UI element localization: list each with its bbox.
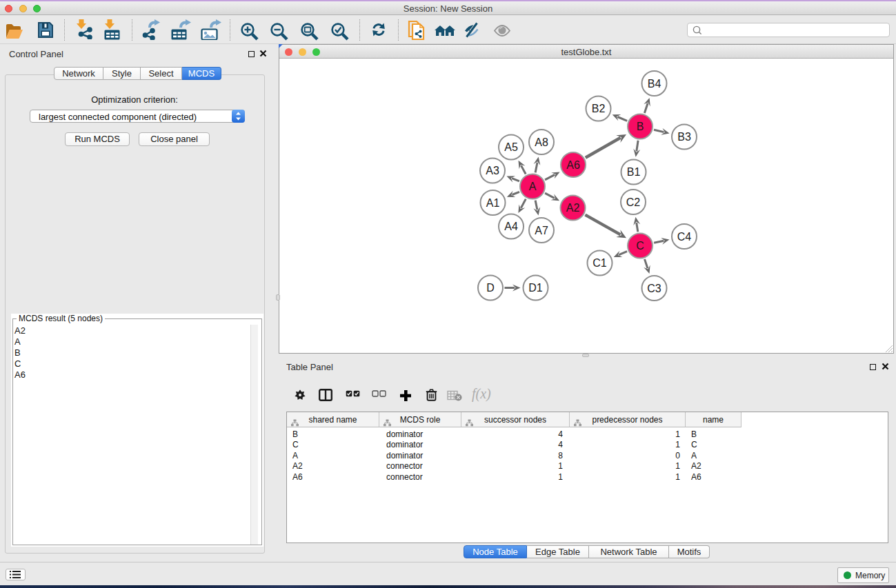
svg-text:D1: D1 xyxy=(528,282,543,294)
svg-text:C4: C4 xyxy=(677,231,692,243)
svg-text:A4: A4 xyxy=(504,221,518,232)
svg-text:B2: B2 xyxy=(592,103,606,114)
svg-text:B1: B1 xyxy=(627,166,641,178)
svg-text:A3: A3 xyxy=(486,165,499,176)
svg-text:A8: A8 xyxy=(535,136,548,148)
svg-text:B4: B4 xyxy=(648,78,661,90)
svg-text:C: C xyxy=(636,240,644,252)
svg-text:C1: C1 xyxy=(593,257,607,269)
svg-text:A7: A7 xyxy=(535,225,548,236)
svg-text:C3: C3 xyxy=(647,283,661,294)
svg-text:A6: A6 xyxy=(566,159,580,171)
svg-text:A1: A1 xyxy=(486,197,500,209)
svg-text:B3: B3 xyxy=(677,131,691,143)
svg-text:B: B xyxy=(637,121,644,132)
svg-text:A: A xyxy=(529,181,537,192)
svg-text:D: D xyxy=(486,282,495,294)
svg-text:A5: A5 xyxy=(504,141,518,153)
svg-text:A2: A2 xyxy=(566,202,580,214)
svg-text:C2: C2 xyxy=(626,196,641,208)
